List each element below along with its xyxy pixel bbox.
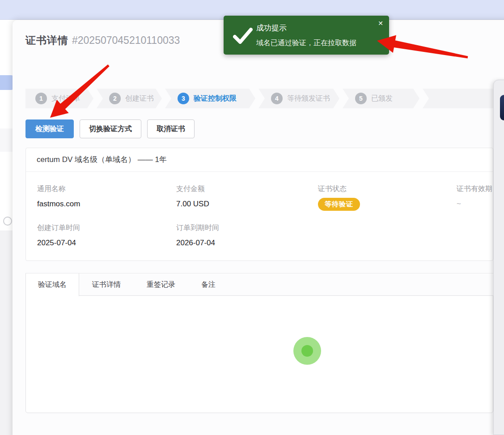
certificate-info-card: certum DV 域名级（单域名） —— 1年 通用名称 fastmos.co…: [25, 148, 493, 261]
close-icon[interactable]: ✕: [378, 20, 383, 27]
step-pay-order: 1 支付订单: [25, 89, 93, 108]
order-number: #202507045210110033: [72, 34, 180, 46]
action-button-row: 检测验证 切换验证方式 取消证书: [25, 119, 195, 138]
step-number-badge: 3: [178, 93, 189, 104]
certificate-progress-stepper: 1 支付订单 2 创建证书 3 验证控制权限 4 等待颁发证书 5 已颁发: [25, 89, 493, 108]
field-certificate-status: 证书状态 等待验证: [318, 184, 360, 211]
tab-cert-details[interactable]: 证书详情: [79, 273, 134, 296]
background-button-fragment: [0, 75, 14, 90]
step-issued: 5 已颁发: [343, 89, 419, 108]
modal-title-text: 证书详情: [25, 34, 68, 46]
tab-verify-domain[interactable]: 验证域名: [25, 273, 79, 296]
field-label: 证书有效期: [457, 184, 492, 194]
background-row-band: [0, 230, 13, 435]
side-panel-button[interactable]: [500, 95, 504, 120]
field-value: 7.00 USD: [176, 200, 209, 209]
switch-verification-method-button[interactable]: 切换验证方式: [80, 119, 141, 138]
detail-tabs: 验证域名 证书详情 重签记录 备注: [25, 273, 493, 296]
cancel-certificate-button[interactable]: 取消证书: [147, 119, 195, 138]
status-badge: 等待验证: [318, 198, 360, 211]
loading-spinner-core: [301, 345, 313, 357]
step-number-badge: 2: [109, 93, 121, 104]
step-verify-control: 3 验证控制权限: [165, 89, 255, 108]
field-value: 2025-07-04: [37, 239, 80, 247]
field-label: 订单到期时间: [176, 223, 219, 233]
step-label: 验证控制权限: [194, 94, 237, 103]
modal-title: 证书详情#202507045210110033: [25, 34, 180, 47]
field-value: fastmos.com: [37, 200, 80, 209]
stepper-filler: [423, 89, 493, 108]
step-label: 已颁发: [371, 94, 393, 103]
tab-content-panel: [25, 295, 493, 413]
field-order-created: 创建订单时间 2025-07-04: [37, 223, 80, 247]
check-verification-button[interactable]: 检测验证: [25, 119, 74, 138]
step-label: 等待颁发证书: [287, 94, 330, 103]
success-toast: 成功提示 域名已通过验证，正在拉取数据 ✕: [224, 16, 389, 55]
field-label: 通用名称: [37, 184, 80, 194]
field-value: ~: [457, 200, 492, 209]
field-value: 2026-07-04: [176, 239, 219, 247]
background-circle-icon: [3, 217, 12, 226]
field-label: 证书状态: [318, 184, 360, 194]
tab-notes[interactable]: 备注: [188, 273, 229, 296]
check-icon: [233, 28, 253, 46]
loading-spinner-icon: [293, 337, 321, 365]
tab-reissue-history[interactable]: 重签记录: [134, 273, 188, 296]
step-create-cert: 2 创建证书: [97, 89, 162, 108]
product-name: certum DV 域名级（单域名） —— 1年: [26, 148, 493, 172]
step-number-badge: 4: [271, 93, 283, 104]
step-number-badge: 1: [35, 93, 47, 104]
step-number-badge: 5: [355, 93, 367, 104]
field-label: 支付金额: [176, 184, 209, 194]
step-label: 支付订单: [51, 94, 80, 103]
step-wait-issue: 4 等待颁发证书: [258, 89, 339, 108]
toast-title: 成功提示: [256, 23, 287, 33]
background-row-band: [0, 128, 13, 152]
certificate-detail-modal: 证书详情#202507045210110033 1 支付订单 2 创建证书 3 …: [13, 20, 504, 435]
field-certificate-validity: 证书有效期 ~: [457, 184, 492, 209]
field-common-name: 通用名称 fastmos.com: [37, 184, 80, 209]
step-label: 创建证书: [125, 94, 154, 103]
field-label: 创建订单时间: [37, 223, 80, 233]
toast-message: 域名已通过验证，正在拉取数据: [256, 38, 356, 48]
field-payment-amount: 支付金额 7.00 USD: [176, 184, 209, 209]
side-peek-panel: [493, 80, 504, 435]
field-order-expires: 订单到期时间 2026-07-04: [176, 223, 219, 247]
